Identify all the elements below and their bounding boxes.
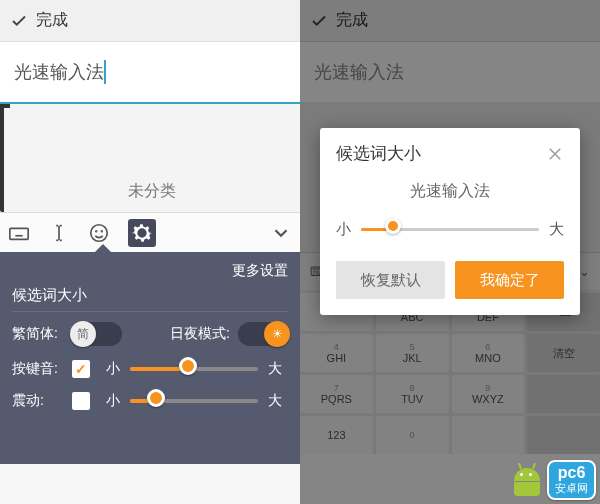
trad-simp-toggle[interactable]: 简: [72, 322, 122, 346]
trad-simp-row: 繁简体: 简 日夜模式: ☀: [12, 322, 288, 346]
pc6-badge: pc6 安卓网: [547, 460, 596, 500]
vibrate-row: 震动: 小 大: [12, 392, 288, 410]
watermark: pc6 安卓网: [507, 460, 596, 500]
dialog-large-label: 大: [549, 220, 564, 239]
left-phone: 完成 光速输入法 未分类 更多设置 候选词大小 繁简体: 简 日夜模式: ☀ 按…: [0, 0, 300, 504]
dialog-slider[interactable]: [361, 228, 539, 231]
dialog-small-label: 小: [336, 220, 351, 239]
dialog-title: 候选词大小: [336, 142, 421, 165]
keysound-slider[interactable]: [130, 367, 258, 371]
ime-toolbar: [0, 212, 300, 252]
reset-button[interactable]: 恢复默认: [336, 261, 445, 299]
svg-point-8: [101, 230, 102, 231]
vibrate-large: 大: [268, 392, 282, 410]
keyboard-icon[interactable]: [8, 222, 30, 244]
cursor-icon[interactable]: [48, 222, 70, 244]
vibrate-slider[interactable]: [130, 399, 258, 403]
vibrate-checkbox[interactable]: [72, 392, 90, 410]
input-text: 光速输入法: [14, 60, 106, 84]
svg-rect-0: [10, 228, 28, 239]
middle-area: 未分类: [0, 104, 300, 212]
android-icon: [507, 462, 547, 498]
keysound-large: 大: [268, 360, 282, 378]
done-label[interactable]: 完成: [36, 10, 68, 31]
night-mode-toggle[interactable]: ☀: [238, 322, 288, 346]
svg-point-6: [91, 224, 108, 241]
keysound-row: 按键音: 小 大: [12, 360, 288, 378]
keysound-checkbox[interactable]: [72, 360, 90, 378]
candidate-size-heading: 候选词大小: [12, 286, 288, 312]
category-label[interactable]: 未分类: [4, 181, 300, 202]
night-mode-label: 日夜模式:: [170, 325, 230, 343]
emoji-icon[interactable]: [88, 222, 110, 244]
chevron-down-icon[interactable]: [270, 222, 292, 244]
settings-panel: 更多设置 候选词大小 繁简体: 简 日夜模式: ☀ 按键音: 小 大 震动: 小…: [0, 252, 300, 464]
vibrate-label: 震动:: [12, 392, 72, 410]
input-area[interactable]: 光速输入法: [0, 42, 300, 102]
trad-simp-label: 繁简体:: [12, 325, 72, 343]
more-settings-link[interactable]: 更多设置: [12, 262, 288, 280]
gear-icon[interactable]: [128, 219, 156, 247]
svg-point-7: [96, 230, 97, 231]
dialog-slider-row: 小 大: [336, 220, 564, 239]
vibrate-small: 小: [106, 392, 120, 410]
confirm-button[interactable]: 我确定了: [455, 261, 564, 299]
candidate-size-dialog: 候选词大小 光速输入法 小 大 恢复默认 我确定了: [320, 128, 580, 315]
keysound-small: 小: [106, 360, 120, 378]
keysound-label: 按键音:: [12, 360, 72, 378]
dialog-preview-text: 光速输入法: [336, 181, 564, 202]
topbar: 完成: [0, 0, 300, 42]
check-icon[interactable]: [10, 12, 28, 30]
close-icon[interactable]: [546, 145, 564, 163]
